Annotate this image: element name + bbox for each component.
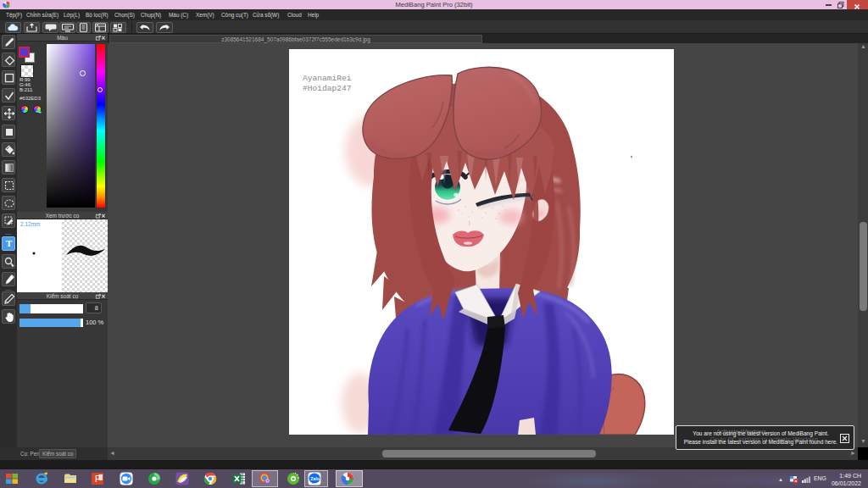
svg-text:#Hoidap247: #Hoidap247 [303, 84, 352, 93]
svg-text:Zalo: Zalo [310, 476, 320, 481]
svg-text:AyanamiRei: AyanamiRei [303, 74, 352, 83]
